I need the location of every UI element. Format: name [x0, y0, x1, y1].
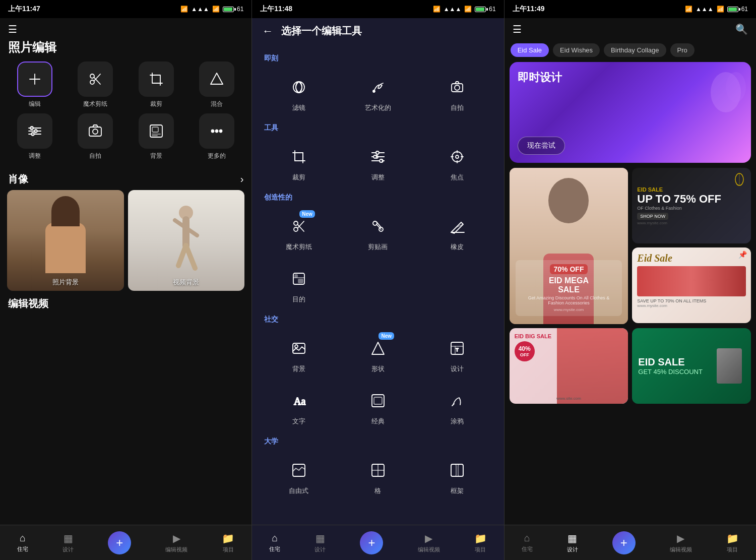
portrait-grid: 照片背景 视频背景	[0, 190, 251, 291]
background-icon	[148, 123, 164, 139]
tool-card-frame[interactable]: 框架	[419, 450, 496, 501]
eid-big-inner: EID BIG SALE 40% OFF www.site.com	[510, 328, 628, 404]
design-grid-row2: EID BIG SALE 40% OFF www.site.com EID SA…	[510, 328, 751, 404]
nav-plus-2[interactable]: +	[360, 531, 383, 554]
hero-banner[interactable]: 即时设计 现在尝试	[510, 62, 751, 163]
crop2-svg	[291, 149, 307, 165]
svg-point-80	[726, 72, 746, 102]
tool-adjust[interactable]: 调整	[7, 113, 62, 160]
tool-card-eraser[interactable]: 橡皮	[419, 206, 496, 257]
tool-card-artistic[interactable]: 艺术化的	[339, 67, 416, 117]
tab-pro[interactable]: Pro	[670, 43, 695, 57]
nav-project-3[interactable]: 📁 项目	[726, 532, 739, 553]
nav-home-2[interactable]: ⌂ 住宅	[269, 532, 280, 553]
eid-italic-inner: Eid Sale SAVE UP TO 70% ON ALL ITEMS www…	[632, 247, 751, 323]
tool-background[interactable]: 背景	[129, 113, 184, 160]
edit-video-icon-3: ▶	[677, 532, 684, 544]
tool-card-bg-social[interactable]: 背景	[260, 328, 337, 379]
nav-edit-video-2[interactable]: ▶ 编辑视频	[418, 532, 440, 553]
tool-card-focus[interactable]: 焦点	[419, 137, 496, 187]
crop2-label: 裁剪	[292, 173, 305, 182]
tool-crop[interactable]: 裁剪	[129, 61, 184, 108]
tool-card-collage[interactable]: 剪贴画	[339, 206, 416, 257]
portrait-title: 肖像	[8, 172, 28, 186]
panel1-header: ☰	[0, 18, 251, 37]
classic-icon	[365, 388, 391, 414]
tool-blend[interactable]: 混合	[189, 61, 244, 108]
nav-design-1[interactable]: ▦ 设计	[62, 532, 74, 553]
tool-magic-cut-label: 魔术剪纸	[83, 100, 107, 108]
design-card-eid-green[interactable]: EID SALE GET 45% DISCOUNT	[632, 328, 751, 404]
svg-point-22	[220, 130, 222, 133]
tab-birthday-collage[interactable]: Birthday Collage	[604, 43, 666, 57]
tools-grid: 编辑 魔术剪纸 裁剪	[0, 61, 251, 167]
tab-eid-sale[interactable]: Eid Sale	[511, 43, 549, 57]
design-card-eid-italic[interactable]: Eid Sale SAVE UP TO 70% ON ALL ITEMS www…	[632, 247, 751, 323]
tool-card-design-tool[interactable]: T 设计	[419, 328, 496, 379]
focus-svg	[449, 149, 465, 165]
portrait-item-video-bg[interactable]: 视频背景	[128, 190, 245, 291]
tool-card-shape[interactable]: New 形状	[339, 328, 416, 379]
tool-card-text[interactable]: Aa 文字	[260, 381, 337, 431]
tool-card-magic-cut2[interactable]: New 魔术剪纸	[260, 206, 337, 257]
search-icon-3[interactable]: 🔍	[735, 23, 748, 35]
nav-project-1[interactable]: 📁 项目	[222, 532, 234, 553]
tool-card-freeform[interactable]: 自由式	[260, 450, 337, 501]
design-card-eid-mega[interactable]: 70% OFF EID MEGA SALE Get Amazing Discou…	[510, 168, 628, 324]
menu-icon-3[interactable]: ☰	[513, 23, 522, 35]
tab-eid-wishes[interactable]: Eid Wishes	[553, 43, 600, 57]
portrait-item-photo-bg[interactable]: 照片背景	[7, 190, 124, 291]
tool-card-purpose[interactable]: 目的	[260, 259, 337, 309]
tool-selfie[interactable]: 自拍	[68, 113, 123, 160]
pin-icon: 📌	[738, 251, 747, 259]
design-card-eid-big-sale[interactable]: EID BIG SALE 40% OFF www.site.com	[510, 328, 628, 404]
nav-plus-1[interactable]: +	[108, 531, 131, 554]
classic-svg	[370, 393, 386, 409]
nav-edit-video-1[interactable]: ▶ 编辑视频	[165, 532, 187, 553]
tool-edit[interactable]: 编辑	[7, 61, 62, 108]
eid-site-2: www.mysite.com	[637, 303, 746, 308]
status-time-3: 上午11:49	[513, 5, 545, 14]
svg-point-33	[455, 85, 460, 90]
tool-card-grid[interactable]: 格	[339, 450, 416, 501]
tool-card-selfie2[interactable]: 自拍	[419, 67, 496, 117]
tool-magic-cut[interactable]: 魔术剪纸	[68, 61, 123, 108]
nav-design-label-2: 设计	[314, 546, 326, 553]
nav-design-label: 设计	[62, 546, 74, 553]
design-icon-2: ▦	[316, 532, 325, 544]
nav-design-3[interactable]: ▦ 设计	[567, 532, 578, 553]
text-svg: Aa	[291, 393, 307, 409]
svg-marker-55	[451, 222, 463, 233]
filter-label: 滤镜	[292, 103, 305, 112]
nav-plus-3[interactable]: +	[612, 531, 636, 554]
nav-project-2[interactable]: 📁 项目	[474, 532, 487, 553]
tool-card-crop2[interactable]: 裁剪	[260, 137, 337, 187]
adjust2-icon	[365, 144, 391, 170]
bluetooth-icon: 📶	[180, 6, 188, 13]
tool-adjust-label: 调整	[29, 152, 41, 160]
status-time-1: 上午11:47	[8, 5, 40, 14]
filter-icon	[286, 74, 312, 100]
back-button[interactable]: ←	[262, 25, 273, 38]
nav-home-3[interactable]: ⌂ 住宅	[522, 532, 533, 553]
save-text: SAVE UP TO 70% ON ALL ITEMS	[637, 298, 746, 303]
nav-edit-video-3[interactable]: ▶ 编辑视频	[670, 532, 692, 553]
portrait-video-bg-label: 视频背景	[128, 278, 245, 287]
svg-line-5	[94, 74, 101, 81]
tool-edit-label: 编辑	[29, 100, 41, 108]
svg-point-30	[296, 82, 302, 93]
menu-icon[interactable]: ☰	[8, 23, 17, 35]
tool-crop-label: 裁剪	[150, 100, 162, 108]
tool-card-classic[interactable]: 经典	[339, 381, 416, 431]
nav-home-1[interactable]: ⌂ 住宅	[17, 532, 28, 553]
body	[45, 223, 86, 273]
tool-card-filter[interactable]: 滤镜	[260, 67, 337, 117]
portrait-arrow[interactable]: ›	[240, 173, 244, 185]
tool-card-adjust2[interactable]: 调整	[339, 137, 416, 187]
design-card-eid-top75[interactable]: EID SALE UP TO 75% OFF OF Clothes & Fash…	[632, 168, 751, 243]
hero-try-button[interactable]: 现在尝试	[518, 137, 565, 155]
tool-more[interactable]: 更多的	[189, 113, 244, 160]
nav-design-2[interactable]: ▦ 设计	[314, 532, 326, 553]
tool-card-draw[interactable]: 涂鸦	[419, 381, 496, 431]
nav-edit-video-label-3: 编辑视频	[670, 546, 692, 553]
